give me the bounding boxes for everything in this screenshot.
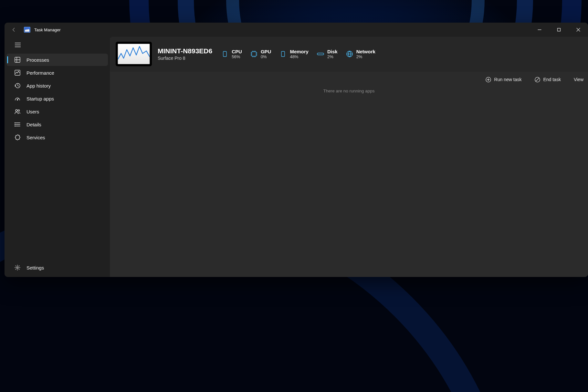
sidebar-item-startup[interactable]: Startup apps <box>6 92 108 105</box>
stat-cpu[interactable]: CPU 56% <box>221 49 242 59</box>
run-new-task-button[interactable]: Run new task <box>482 75 525 84</box>
stat-value: 0% <box>261 54 271 59</box>
stat-label: Network <box>356 49 375 54</box>
gear-icon <box>14 264 21 271</box>
svg-point-6 <box>18 110 20 111</box>
stat-gpu[interactable]: GPU 0% <box>250 49 271 59</box>
disk-icon <box>317 50 324 58</box>
grid-icon <box>14 57 21 63</box>
machine-model: Surface Pro 8 <box>158 56 212 61</box>
users-icon <box>14 108 21 115</box>
stat-label: Disk <box>327 49 338 54</box>
content-toolbar: Run new task End task View <box>110 72 588 87</box>
puzzle-icon <box>14 134 21 141</box>
memory-stick-icon <box>279 50 287 58</box>
stat-memory[interactable]: Memory 48% <box>279 49 309 59</box>
task-manager-window: Task Manager Processes <box>5 23 588 277</box>
sidebar: Processes Performance App history <box>5 37 110 277</box>
svg-rect-11 <box>223 51 226 57</box>
maximize-button[interactable] <box>549 23 569 37</box>
svg-point-5 <box>16 110 17 111</box>
machine-info: MININT-N893ED6 Surface Pro 8 <box>158 47 212 61</box>
processes-content: Run new task End task View There are no … <box>110 72 588 277</box>
titlebar: Task Manager <box>5 23 588 37</box>
stat-value: 2% <box>327 54 338 59</box>
window-title: Task Manager <box>34 27 61 32</box>
gpu-chip-icon <box>250 50 257 58</box>
stat-disk[interactable]: Disk 2% <box>317 49 338 59</box>
button-label: Run new task <box>494 77 522 82</box>
stat-label: CPU <box>232 49 242 54</box>
svg-rect-0 <box>558 28 561 31</box>
dashboard-header: MININT-N893ED6 Surface Pro 8 CPU 56% <box>110 37 588 71</box>
close-button[interactable] <box>569 23 588 37</box>
stat-network[interactable]: Network 2% <box>346 49 375 59</box>
sidebar-item-services[interactable]: Services <box>6 131 108 143</box>
machine-name: MININT-N893ED6 <box>158 47 212 55</box>
svg-rect-12 <box>252 52 256 56</box>
sidebar-item-label: Performance <box>26 70 54 76</box>
history-icon <box>14 82 21 89</box>
stat-label: Memory <box>290 49 309 54</box>
svg-point-8 <box>15 124 16 125</box>
sidebar-item-label: Users <box>26 109 39 114</box>
sidebar-item-users[interactable]: Users <box>6 105 108 118</box>
resource-stats: CPU 56% GPU 0% <box>221 49 375 59</box>
window-controls <box>530 23 588 37</box>
globe-icon <box>346 50 353 58</box>
list-icon <box>14 121 21 128</box>
svg-point-10 <box>17 267 18 269</box>
sidebar-item-performance[interactable]: Performance <box>6 67 108 79</box>
svg-rect-13 <box>281 51 285 57</box>
sidebar-item-label: Settings <box>26 265 44 270</box>
sidebar-item-label: App history <box>26 83 51 89</box>
svg-point-7 <box>15 122 16 123</box>
stat-value: 56% <box>232 54 242 59</box>
end-task-button[interactable]: End task <box>531 75 564 84</box>
sidebar-item-details[interactable]: Details <box>6 118 108 131</box>
hamburger-button[interactable] <box>10 38 25 52</box>
cpu-chip-icon <box>221 50 228 58</box>
plus-circle-icon <box>486 77 491 82</box>
empty-state-message: There are no running apps <box>110 87 588 93</box>
app-icon <box>24 27 30 33</box>
activity-icon <box>14 69 21 76</box>
back-button[interactable] <box>9 25 19 35</box>
sidebar-item-label: Processes <box>26 57 49 63</box>
button-label: End task <box>543 77 561 82</box>
sidebar-item-processes[interactable]: Processes <box>6 54 108 66</box>
stat-value: 48% <box>290 54 309 59</box>
svg-point-4 <box>17 100 18 100</box>
button-label: View <box>574 77 583 82</box>
sidebar-item-label: Details <box>26 122 41 127</box>
svg-point-9 <box>15 126 16 126</box>
sidebar-item-app-history[interactable]: App history <box>6 79 108 92</box>
main-panel: MININT-N893ED6 Surface Pro 8 CPU 56% <box>110 37 588 277</box>
stat-label: GPU <box>261 49 271 54</box>
nav-list: Processes Performance App history <box>5 52 110 145</box>
view-button[interactable]: View <box>571 75 583 84</box>
performance-thumbnail <box>116 42 152 66</box>
sidebar-item-settings[interactable]: Settings <box>6 261 108 274</box>
gauge-icon <box>14 95 21 102</box>
svg-rect-14 <box>317 53 324 55</box>
stat-value: 2% <box>356 54 375 59</box>
sidebar-item-label: Startup apps <box>26 96 54 101</box>
sidebar-item-label: Services <box>26 135 45 140</box>
minimize-button[interactable] <box>530 23 549 37</box>
prohibit-icon <box>534 77 540 82</box>
